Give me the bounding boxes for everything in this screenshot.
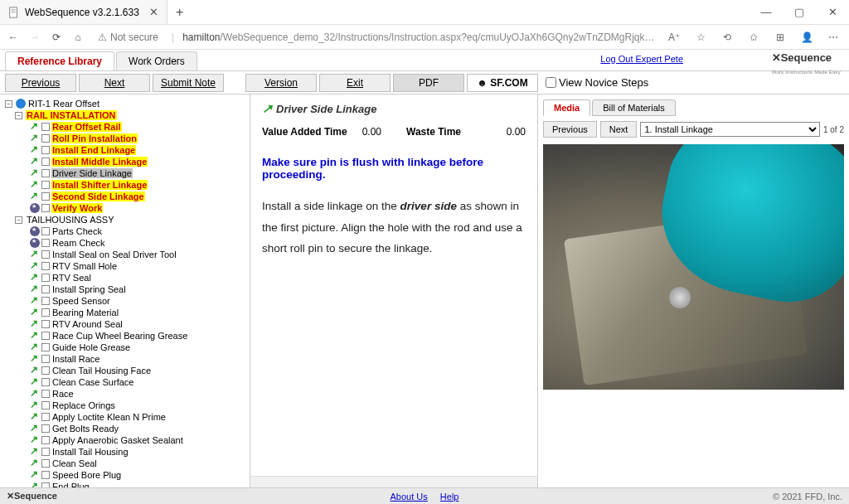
tree-item[interactable]: Roll Pin Installation [2,133,248,144]
tree-root[interactable]: − RIT-1 Rear Offset [2,98,248,109]
checkbox[interactable] [41,413,50,421]
back-button[interactable]: ← [7,32,20,43]
tree-item[interactable]: Speed Bore Plug [2,469,248,481]
tree-item[interactable]: Guide Hole Grease [2,342,248,353]
tree-item[interactable]: Rear Offset Rail [2,121,248,133]
view-novice-checkbox[interactable] [546,77,556,88]
checkbox[interactable] [41,320,50,328]
checkbox[interactable] [41,297,50,305]
maximize-button[interactable]: ▢ [783,6,816,18]
tree-item[interactable]: Apply Loctite Klean N Prime [2,411,248,423]
tree-item[interactable]: Clean Seal [2,458,248,469]
sync-icon[interactable]: ⟲ [718,32,736,43]
checkbox[interactable] [41,308,50,317]
checkbox[interactable] [41,436,50,444]
checkbox[interactable] [41,274,50,282]
tree-item[interactable]: Install Race [2,353,248,365]
tree-item[interactable]: Install Tail Housing [2,446,248,458]
checkbox[interactable] [41,239,50,247]
favorite-button[interactable]: ☆ [691,32,710,43]
checkbox[interactable] [41,285,50,293]
checkbox[interactable] [41,169,50,177]
new-tab-button[interactable]: + [167,5,192,20]
pdf-button[interactable]: PDF [393,74,464,92]
menu-button[interactable]: ⋯ [824,32,842,43]
about-link[interactable]: About Us [391,492,428,502]
help-link[interactable]: Help [440,492,459,502]
close-window-button[interactable]: ✕ [816,6,849,18]
collapse-icon[interactable]: − [15,216,22,224]
security-badge[interactable]: ⚠ Not secure [93,32,163,43]
checkbox[interactable] [41,332,50,340]
checkbox[interactable] [41,158,50,166]
profile-icon[interactable]: 👤 [798,32,816,43]
checkbox[interactable] [41,181,50,189]
tree-item[interactable]: Get Bolts Ready [2,423,248,434]
checkbox[interactable] [41,471,50,479]
tree-item[interactable]: RTV Around Seal [2,318,248,330]
media-image[interactable] [543,144,844,390]
checkbox[interactable] [41,250,50,259]
tree-item[interactable]: Install Middle Linkage [2,156,248,167]
minimize-button[interactable]: — [750,6,783,18]
browser-tab[interactable]: WebSequence v3.2.1.633 ✕ [0,0,167,24]
checkbox[interactable] [41,227,50,235]
tab-work-orders[interactable]: Work Orders [116,51,197,70]
horizontal-scrollbar[interactable] [250,476,537,487]
media-select[interactable]: 1. Install Linkage [640,122,820,137]
checkbox[interactable] [41,390,50,398]
tree-item[interactable]: RTV Seal [2,272,248,284]
tree-item[interactable]: Speed Sensor [2,295,248,307]
exit-button[interactable]: Exit [319,74,391,92]
tree-item[interactable]: Clean Case Surface [2,376,248,388]
sfcom-button[interactable]: ☻ SF.COM [467,74,538,92]
checkbox[interactable] [41,262,50,270]
media-previous-button[interactable]: Previous [543,121,597,138]
checkbox[interactable] [41,204,50,212]
checkbox[interactable] [41,123,50,131]
tree-item[interactable]: Verify Work [2,202,248,214]
tree-item[interactable]: Race Cup Wheel Bearing Grease [2,330,248,342]
tree-item[interactable]: Install Seal on Seal Driver Tool [2,249,248,260]
view-novice-steps[interactable]: View Novice Steps [546,76,648,89]
tab-reference-library[interactable]: Reference Library [5,51,114,70]
reader-mode-button[interactable]: A⁺ [665,32,683,43]
media-next-button[interactable]: Next [600,121,638,138]
tree-item[interactable]: Install Spring Seal [2,284,248,295]
tree-item[interactable]: Install Shifter Linkage [2,179,248,191]
checkbox[interactable] [41,343,50,351]
checkbox[interactable] [41,401,50,410]
version-button[interactable]: Version [245,74,317,92]
checkbox[interactable] [41,459,50,468]
submit-note-button[interactable]: Submit Note [153,74,224,92]
tree-item[interactable]: Parts Check [2,225,248,237]
checkbox[interactable] [41,146,50,154]
checkbox[interactable] [41,355,50,363]
checkbox[interactable] [41,424,50,433]
home-button[interactable]: ⌂ [71,32,85,43]
collections-button[interactable]: ⊞ [771,32,789,43]
tree-item[interactable]: Bearing Material [2,307,248,318]
url-field[interactable]: hamilton/WebSequence_demo_32/Instruction… [182,32,657,43]
favorites-list-button[interactable]: ✩ [745,32,763,43]
tab-media[interactable]: Media [543,99,590,116]
checkbox[interactable] [41,134,50,143]
refresh-button[interactable]: ⟳ [50,32,63,43]
tree-section-rail[interactable]: − RAIL INSTALLATION [2,109,248,121]
checkbox[interactable] [41,192,50,201]
close-tab-icon[interactable]: ✕ [149,6,158,18]
next-button[interactable]: Next [79,74,150,92]
tree-item[interactable]: Replace Orings [2,400,248,411]
tree-item[interactable]: Ream Check [2,237,248,249]
tree-item[interactable]: RTV Small Hole [2,260,248,272]
navigation-tree[interactable]: − RIT-1 Rear Offset − RAIL INSTALLATION … [0,94,250,487]
checkbox[interactable] [41,378,50,386]
tree-section-tailhousing[interactable]: − TAILHOUSING ASSY [2,214,248,225]
tree-item[interactable]: Driver Side Linkage [2,167,248,179]
tree-item[interactable]: Second Side Linkage [2,191,248,202]
tab-bom[interactable]: Bill of Materials [592,99,676,116]
tree-item[interactable]: End Plug [2,481,248,487]
tree-item[interactable]: Clean Tail Housing Face [2,365,248,376]
previous-button[interactable]: Previous [5,74,76,92]
logout-link[interactable]: Log Out Expert Pete [600,54,683,64]
